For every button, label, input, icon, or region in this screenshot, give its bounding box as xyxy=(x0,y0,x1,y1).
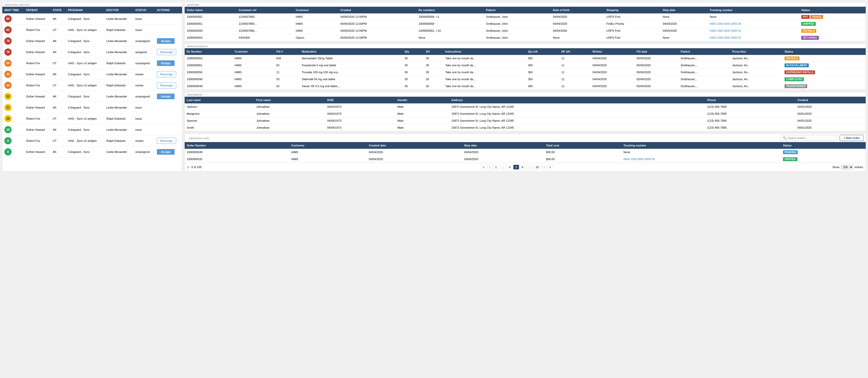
action-cell: Assign xyxy=(155,36,182,47)
assign-button[interactable]: Assign xyxy=(157,60,175,66)
col-program: PROGRAM xyxy=(66,7,104,13)
status-cell: PVT TRIAGE xyxy=(799,13,866,20)
prescriptions-label: .table/prescriptions xyxy=(185,44,866,48)
gender-cell: Male xyxy=(395,110,449,117)
col-status: STATUS xyxy=(133,7,155,13)
doctor-cell: Ralph Edwards xyxy=(104,135,133,146)
doctor-cell: Leslie Alexander xyxy=(104,69,133,80)
created-cell: 04/04/2020 12:00PM xyxy=(338,20,416,27)
first-name-cell: Johnathan xyxy=(254,117,325,124)
first-name-cell: Johnathan xyxy=(254,124,325,131)
tracking-cell: 9400 1000 0000 0000 01 xyxy=(708,27,800,34)
state-cell: AK xyxy=(51,13,66,25)
dob-cell: 04/04/1973 xyxy=(325,117,395,124)
page-button[interactable]: 4 xyxy=(507,165,513,169)
col-fill: Fill # xyxy=(274,48,300,55)
assign-button[interactable]: Assign xyxy=(157,149,175,155)
entries-select[interactable]: 100 50 25 xyxy=(841,165,853,170)
status-badge: IN FULFILLMENT xyxy=(784,63,809,67)
medication-cell: Finasteride 5 mg oral tablet xyxy=(300,62,403,69)
tracking-link[interactable]: 9400 1000 0000 0000 00 xyxy=(710,22,741,25)
active-meds-header: .table/active-meds 🔍 + New order xyxy=(185,134,866,142)
col-actions: ACTIONS xyxy=(155,7,182,13)
page-button[interactable]: 5 xyxy=(513,165,519,169)
patient-cell: Esther Howard xyxy=(24,91,51,102)
search-orders-input[interactable] xyxy=(788,137,835,140)
qty-cell: 30 xyxy=(403,76,424,83)
action-cell xyxy=(155,124,182,135)
page-button[interactable]: 1 xyxy=(493,165,499,169)
page-button[interactable]: 10 xyxy=(533,165,540,169)
table-row: 43 Esther Howard AK Cologuard - Sync Les… xyxy=(2,69,182,80)
page-button[interactable]: » xyxy=(547,165,553,169)
action-cell: Reassign xyxy=(155,80,182,91)
col-medication: Medication xyxy=(300,48,403,55)
created-cell: 04/01/2020 xyxy=(795,124,866,131)
table-row: 32 Esther Howard AK Cologuard - Sync Les… xyxy=(2,91,182,102)
page-button[interactable]: 6 xyxy=(520,165,525,169)
doctor-cell: Leslie Alexander xyxy=(104,13,133,25)
page-button[interactable]: ... xyxy=(500,165,506,169)
page-button[interactable]: « xyxy=(481,165,487,169)
page-button[interactable]: ... xyxy=(526,165,533,169)
status-badge: PVT xyxy=(801,15,809,19)
fill-date-cell: 05/04/2020 xyxy=(634,83,678,90)
wait-badge: 28 xyxy=(4,115,11,122)
rx-num-cell: 1000000050 xyxy=(185,69,232,76)
rf-left-cell: 11 xyxy=(559,76,590,83)
new-order-button[interactable]: + New order xyxy=(840,135,864,141)
doctor-cell: Leslie Alexander xyxy=(104,36,133,47)
rf-left-cell: 11 xyxy=(559,83,590,90)
fill-date-cell: 05/04/2020 xyxy=(634,76,678,83)
action-cell: Assign xyxy=(155,91,182,102)
tracking-link[interactable]: 9400 1000 0000 0000 00 xyxy=(623,157,655,161)
rf-left-cell: 11 xyxy=(559,69,590,76)
fill-date-cell: 05/04/2020 xyxy=(634,69,678,76)
patient-cell: Esther Howard xyxy=(24,36,51,47)
prescriber-cell: Jackson, An... xyxy=(730,76,782,83)
col-rf-left: RF left xyxy=(559,48,590,55)
tracking-cell: None xyxy=(621,149,781,156)
search-orders-box[interactable]: 🔍 xyxy=(780,135,837,141)
col-dob: Date of birth xyxy=(551,7,604,13)
last-name-cell: Smith xyxy=(185,124,254,131)
reassign-button[interactable]: Reassign xyxy=(157,49,176,55)
table-row: 28 Robert Fox UT UHG - Sync v2 antigen R… xyxy=(2,113,182,124)
shipping-cell: USPS First xyxy=(604,13,661,20)
state-cell: AK xyxy=(51,146,66,157)
phone-cell: (123) 456-7890 xyxy=(705,104,795,110)
table-row: 1000000050 HIMS 11 Truvada 100 mg-150 mg… xyxy=(185,69,866,76)
address-cell: 15872 Somestreet St. Long City Name, AR … xyxy=(449,104,705,110)
assign-button[interactable]: Assign xyxy=(157,38,175,44)
patient-cell: Esther Howard xyxy=(24,102,51,113)
reassign-button[interactable]: Reassign xyxy=(157,138,176,144)
col-tracking: Tracking number xyxy=(708,7,800,13)
state-cell: AK xyxy=(51,36,66,47)
customer-cell: HIMS xyxy=(232,69,274,76)
col-instructions: Instructions xyxy=(443,48,526,55)
reassign-button[interactable]: Reassign xyxy=(157,71,176,77)
customer-cell: HIMS xyxy=(289,156,367,163)
state-cell: UT xyxy=(51,80,66,91)
patient-cell: Esther Howard xyxy=(24,13,51,25)
reassign-button[interactable]: Reassign xyxy=(157,82,176,88)
doctor-cell: Ralph Edwards xyxy=(104,80,133,91)
order-panel: .table/order Order token Customer ref Cu… xyxy=(184,2,866,41)
qty-left-cell: 360 xyxy=(526,55,559,62)
first-name-cell: Johnathan xyxy=(254,104,325,110)
page-button[interactable]: ‹ xyxy=(487,165,493,169)
page-button[interactable]: › xyxy=(542,165,547,169)
tracking-link[interactable]: 9400 1000 0000 0000 01 xyxy=(710,29,741,32)
dob-cell: None xyxy=(551,34,604,41)
col-last-name: Last name xyxy=(185,97,254,104)
created-cell: 04/01/2020 xyxy=(795,117,866,124)
ship-date-cell: None xyxy=(661,13,708,20)
show-label: Show xyxy=(832,166,839,169)
state-cell: AK xyxy=(51,124,66,135)
address-cell: 15872 Somestreet St. Long City Name, AR … xyxy=(449,110,705,117)
tracking-link[interactable]: 9400 1000 0000 0000 02 xyxy=(710,36,741,39)
status-cell: PENDING xyxy=(781,149,866,156)
col-qty: Qty xyxy=(403,48,424,55)
wait-time-cell: 56 xyxy=(2,58,24,69)
assign-button[interactable]: Assign xyxy=(157,94,175,99)
